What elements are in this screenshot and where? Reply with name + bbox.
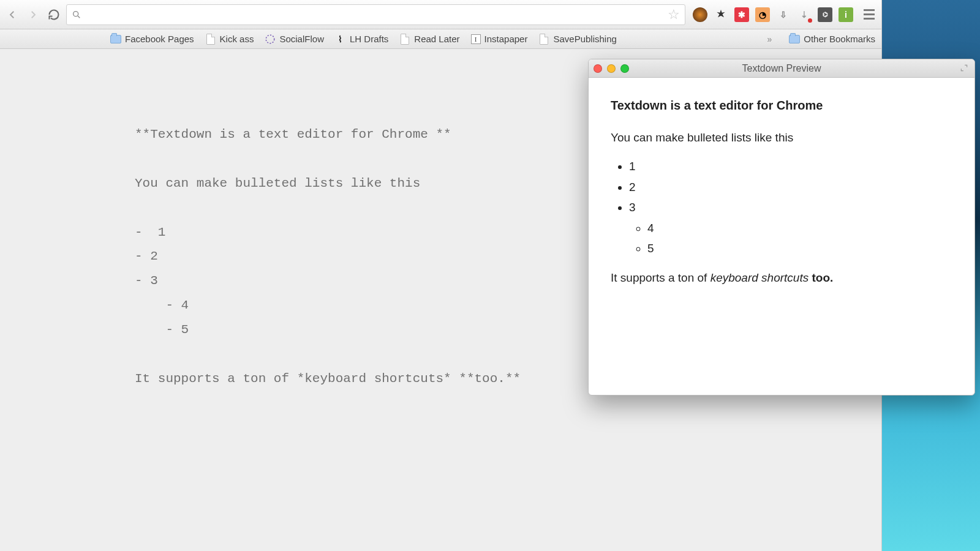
bookmark-item[interactable]: SocialFlow <box>265 34 324 45</box>
preview-list: 1 2 3 4 5 <box>611 157 952 257</box>
bookmark-item[interactable]: I Instapaper <box>471 34 528 44</box>
extension-icon[interactable]: ⇩ <box>776 7 791 22</box>
preview-intro: You can make bulleted lists like this <box>611 129 952 146</box>
expand-icon[interactable] <box>960 64 970 73</box>
list-item: 2 <box>629 178 952 196</box>
bookmark-item[interactable]: SavePublishing <box>538 34 616 45</box>
traffic-lights <box>594 64 629 73</box>
zoom-button[interactable] <box>620 64 629 73</box>
preview-window: Textdown Preview Textdown is a text edit… <box>588 59 975 395</box>
bookmark-label: Other Bookmarks <box>804 34 875 44</box>
preview-sublist: 4 5 <box>629 219 952 258</box>
browser-toolbar: ☆ ✱ ◔ ⇩ ⇣ ⌬ i <box>0 0 881 29</box>
address-bar[interactable]: ☆ <box>66 4 685 25</box>
list-item: 5 <box>647 239 952 257</box>
bookmark-label: LH Drafts <box>350 34 388 44</box>
preview-content: Textdown is a text editor for Chrome You… <box>589 78 974 316</box>
window-title: Textdown Preview <box>589 63 974 74</box>
socialflow-icon <box>265 34 276 45</box>
list-item: 4 <box>647 219 952 237</box>
close-button[interactable] <box>594 64 602 73</box>
page-icon <box>205 34 216 45</box>
preview-heading: Textdown is a text editor for Chrome <box>611 96 952 115</box>
back-button[interactable] <box>4 6 21 23</box>
extension-icon[interactable]: ✱ <box>734 7 749 22</box>
bookmark-label: SavePublishing <box>553 34 616 44</box>
bookmark-label: Facebook Pages <box>125 34 194 44</box>
extension-icon[interactable] <box>714 7 728 22</box>
extension-icon[interactable] <box>693 7 707 22</box>
page-icon <box>399 34 410 45</box>
footer-em: keyboard shortcuts <box>710 271 809 284</box>
footer-strong: too. <box>809 271 833 284</box>
folder-icon <box>789 34 800 45</box>
bookmark-star-icon[interactable]: ☆ <box>668 7 680 23</box>
bookmark-label: Read Later <box>414 34 459 44</box>
list-item: 1 <box>629 157 952 175</box>
bookmark-label: Instapaper <box>484 34 528 44</box>
chrome-menu-button[interactable] <box>861 6 878 23</box>
extension-icons: ✱ ◔ ⇩ ⇣ ⌬ i <box>689 7 857 22</box>
window-titlebar[interactable]: Textdown Preview <box>589 59 974 78</box>
svg-point-1 <box>266 35 275 43</box>
bookmark-item[interactable]: Kick ass <box>205 34 254 45</box>
extension-icon[interactable]: ⌬ <box>818 7 832 22</box>
bookmark-item[interactable]: ⌇ LH Drafts <box>335 34 388 45</box>
reload-button[interactable] <box>45 6 62 23</box>
lh-icon: ⌇ <box>335 34 346 45</box>
extension-icon[interactable]: ◔ <box>755 7 770 22</box>
search-icon <box>72 10 81 20</box>
page-icon <box>538 34 549 45</box>
footer-text: It supports a ton of <box>611 271 710 284</box>
extension-icon[interactable]: i <box>839 7 853 22</box>
minimize-button[interactable] <box>607 64 616 73</box>
bookmark-label: SocialFlow <box>279 34 324 44</box>
bookmarks-bar: Facebook Pages Kick ass SocialFlow ⌇ LH … <box>0 29 881 49</box>
bookmark-item[interactable]: Facebook Pages <box>110 34 194 45</box>
svg-point-0 <box>74 11 78 16</box>
forward-button[interactable] <box>24 6 42 23</box>
bookmarks-overflow[interactable]: » <box>767 34 772 44</box>
extension-icon[interactable]: ⇣ <box>797 7 812 22</box>
list-item-text: 3 <box>629 201 636 214</box>
bookmark-item[interactable]: Read Later <box>399 34 459 45</box>
bookmark-label: Kick ass <box>220 34 254 44</box>
folder-icon <box>110 34 121 45</box>
other-bookmarks[interactable]: Other Bookmarks <box>789 34 875 45</box>
preview-footer: It supports a ton of keyboard shortcuts … <box>611 269 952 287</box>
list-item: 3 4 5 <box>629 198 952 257</box>
instapaper-icon: I <box>471 34 481 44</box>
